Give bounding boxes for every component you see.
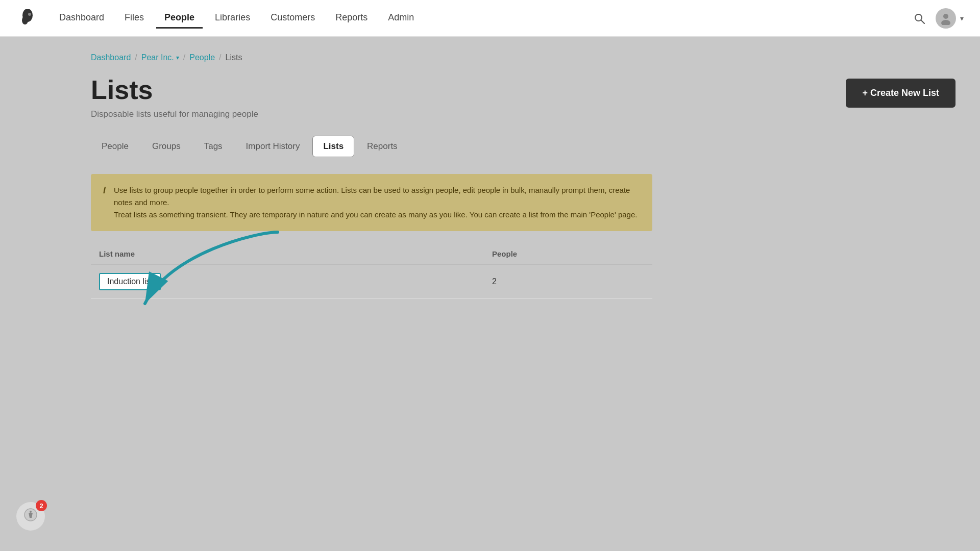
breadcrumb-current: Lists — [226, 53, 242, 62]
user-menu[interactable]: ▾ — [936, 8, 964, 29]
info-banner-text: Use lists to group people together in or… — [114, 184, 640, 221]
nav-dashboard[interactable]: Dashboard — [51, 8, 112, 29]
col-header-people: People — [484, 243, 652, 265]
svg-point-1 — [22, 16, 28, 24]
search-icon[interactable] — [911, 10, 927, 27]
svg-point-5 — [943, 14, 948, 19]
lists-table: List name People Induction list — [91, 243, 652, 299]
induction-list-link[interactable]: Induction list — [99, 273, 161, 290]
list-name-cell: Induction list — [91, 265, 484, 299]
svg-point-6 — [941, 20, 950, 25]
tab-people[interactable]: People — [91, 136, 139, 157]
breadcrumb-sep-2: / — [183, 53, 185, 62]
nav-items: Dashboard Files People Libraries Custome… — [51, 8, 911, 29]
notification-widget[interactable]: 2 — [16, 502, 49, 535]
nav-reports[interactable]: Reports — [327, 8, 376, 29]
breadcrumb: Dashboard / Pear Inc. ▾ / People / Lists — [91, 53, 955, 62]
breadcrumb-sep-3: / — [219, 53, 221, 62]
tabs-bar: People Groups Tags Import History Lists … — [91, 136, 955, 158]
breadcrumb-dashboard[interactable]: Dashboard — [91, 53, 131, 62]
top-navigation: Dashboard Files People Libraries Custome… — [0, 0, 980, 37]
col-header-name: List name — [91, 243, 484, 265]
tab-tags[interactable]: Tags — [193, 136, 233, 157]
nav-files[interactable]: Files — [116, 8, 152, 29]
main-content: Dashboard / Pear Inc. ▾ / People / Lists… — [0, 37, 980, 551]
breadcrumb-sep-1: / — [135, 53, 137, 62]
tab-import-history[interactable]: Import History — [235, 136, 311, 157]
tab-lists[interactable]: Lists — [312, 136, 354, 157]
notification-circle: 2 — [16, 502, 45, 531]
app-logo[interactable] — [16, 7, 39, 30]
nav-libraries[interactable]: Libraries — [207, 8, 258, 29]
breadcrumb-org-chevron: ▾ — [176, 54, 179, 61]
arrow-annotation — [130, 222, 293, 314]
nav-people[interactable]: People — [156, 8, 203, 29]
avatar — [936, 8, 956, 29]
create-new-list-button[interactable]: + Create New List — [846, 79, 955, 108]
list-people-count: 2 — [484, 265, 652, 299]
nav-customers[interactable]: Customers — [262, 8, 323, 29]
breadcrumb-org[interactable]: Pear Inc. ▾ — [141, 53, 179, 62]
tab-groups[interactable]: Groups — [141, 136, 191, 157]
svg-point-9 — [30, 511, 32, 513]
tab-reports[interactable]: Reports — [356, 136, 408, 157]
info-banner: i Use lists to group people together in … — [91, 174, 652, 231]
page-title: Lists — [91, 74, 258, 105]
breadcrumb-people[interactable]: People — [189, 53, 215, 62]
table-row: Induction list — [91, 265, 652, 299]
page-subtitle: Disposable lists useful for managing peo… — [91, 109, 258, 119]
svg-line-4 — [921, 20, 925, 23]
notification-icon — [23, 508, 38, 525]
page-header: Lists Disposable lists useful for managi… — [91, 74, 955, 119]
notification-badge: 2 — [36, 500, 47, 511]
nav-admin[interactable]: Admin — [380, 8, 422, 29]
info-icon: i — [103, 185, 106, 196]
svg-point-2 — [28, 13, 31, 16]
user-menu-chevron: ▾ — [960, 14, 964, 22]
